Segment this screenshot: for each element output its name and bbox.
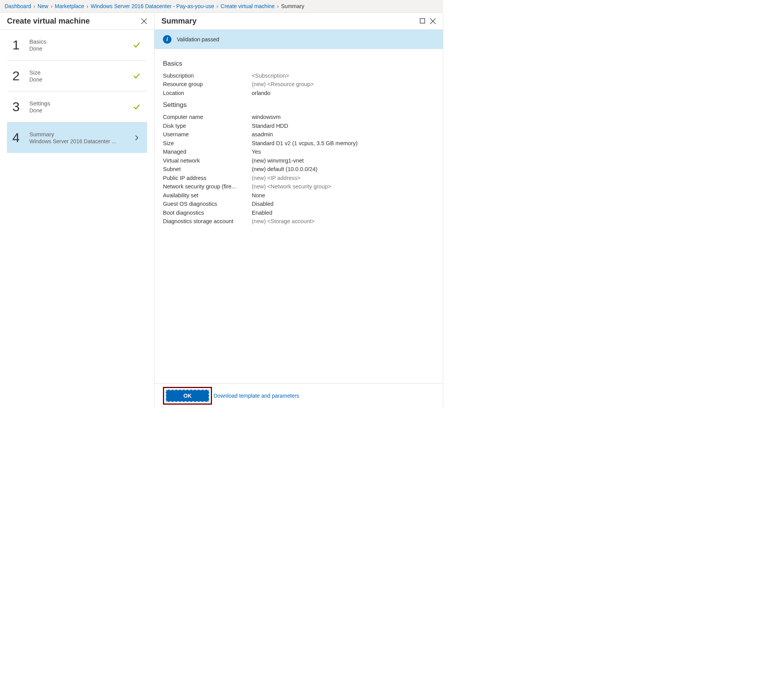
summary-label: Diagnostics storage account xyxy=(163,217,252,225)
section-title: Settings xyxy=(163,101,434,109)
chevron-right-icon: › xyxy=(51,3,53,9)
summary-row: SizeStandard D1 v2 (1 vcpus, 3.5 GB memo… xyxy=(163,139,434,147)
summary-row: Boot diagnosticsEnabled xyxy=(163,208,434,217)
chevron-right-icon: › xyxy=(86,3,88,9)
step-basics[interactable]: 1 Basics Done xyxy=(7,30,147,61)
breadcrumb-marketplace[interactable]: Marketplace xyxy=(55,3,84,9)
summary-label: Public IP address xyxy=(163,174,252,182)
summary-value: orlando xyxy=(252,89,270,97)
summary-value: Standard D1 v2 (1 vcpus, 3.5 GB memory) xyxy=(252,139,358,147)
breadcrumb-create-vm[interactable]: Create virtual machine xyxy=(220,3,275,9)
summary-value: Disabled xyxy=(252,200,273,208)
step-subtitle: Done xyxy=(29,46,132,52)
summary-value: None xyxy=(252,191,265,200)
step-summary[interactable]: 4 Summary Windows Server 2016 Datacenter… xyxy=(7,122,147,153)
summary-label: Subscription xyxy=(163,71,252,80)
breadcrumb-product[interactable]: Windows Server 2016 Datacenter - Pay-as-… xyxy=(91,3,214,9)
summary-label: Location xyxy=(163,89,252,97)
summary-value: windowsvm xyxy=(252,113,281,121)
summary-content: BasicsSubscription<Subscription>Resource… xyxy=(154,49,443,383)
step-subtitle: Done xyxy=(29,76,132,83)
close-icon[interactable] xyxy=(430,18,436,24)
summary-label: Network security group (fire... xyxy=(163,182,252,191)
left-pane-title: Create virtual machine xyxy=(7,17,90,25)
validation-text: Validation passed xyxy=(177,36,219,42)
wizard-steps-pane: Create virtual machine 1 Basics Done 2 S… xyxy=(0,13,154,408)
summary-label: Guest OS diagnostics xyxy=(163,200,252,208)
chevron-right-icon xyxy=(132,135,142,141)
summary-value: asadmin xyxy=(252,130,273,139)
step-number: 4 xyxy=(12,130,29,145)
summary-row: ManagedYes xyxy=(163,147,434,156)
summary-value: Enabled xyxy=(252,208,272,217)
check-icon xyxy=(132,41,142,49)
breadcrumb-new[interactable]: New xyxy=(37,3,48,9)
step-title: Size xyxy=(29,69,132,76)
step-title: Settings xyxy=(29,100,132,107)
summary-label: Disk type xyxy=(163,122,252,130)
summary-row: Subscription<Subscription> xyxy=(163,71,434,80)
section-title: Basics xyxy=(163,60,434,68)
summary-label: Managed xyxy=(163,147,252,156)
summary-label: Subnet xyxy=(163,165,252,173)
summary-value: Yes xyxy=(252,147,261,156)
summary-row: Disk typeStandard HDD xyxy=(163,122,434,130)
summary-label: Size xyxy=(163,139,252,147)
step-number: 3 xyxy=(12,99,29,114)
summary-row: Resource group(new) <Resource group> xyxy=(163,80,434,88)
summary-row: Virtual network(new) winvmrg1-vnet xyxy=(163,156,434,165)
footer: OK Download template and parameters xyxy=(154,383,443,408)
summary-value: (new) <IP address> xyxy=(252,174,300,182)
step-settings[interactable]: 3 Settings Done xyxy=(7,92,147,122)
ok-button[interactable]: OK xyxy=(166,390,209,402)
breadcrumb-current: Summary xyxy=(281,3,304,9)
summary-value: (new) <Storage account> xyxy=(252,217,315,225)
summary-row: Computer namewindowsvm xyxy=(163,113,434,121)
summary-row: Availability setNone xyxy=(163,191,434,200)
summary-value: (new) <Resource group> xyxy=(252,80,314,88)
breadcrumb: Dashboard › New › Marketplace › Windows … xyxy=(0,0,443,13)
summary-value: (new) <Network security group> xyxy=(252,182,331,191)
summary-label: Username xyxy=(163,130,252,139)
summary-row: Network security group (fire...(new) <Ne… xyxy=(163,182,434,191)
step-number: 1 xyxy=(12,37,29,53)
summary-label: Availability set xyxy=(163,191,252,200)
chevron-right-icon: › xyxy=(277,3,279,9)
step-title: Summary xyxy=(29,131,132,137)
step-title: Basics xyxy=(29,38,132,45)
chevron-right-icon: › xyxy=(217,3,219,9)
summary-row: Locationorlando xyxy=(163,89,434,97)
svg-rect-0 xyxy=(420,19,425,23)
step-size[interactable]: 2 Size Done xyxy=(7,61,147,92)
check-icon xyxy=(132,72,142,80)
step-subtitle: Windows Server 2016 Datacenter ... xyxy=(29,138,132,144)
close-icon[interactable] xyxy=(141,18,147,24)
ok-highlight: OK xyxy=(163,387,212,405)
summary-label: Computer name xyxy=(163,113,252,121)
check-icon xyxy=(132,103,142,111)
right-pane-title: Summary xyxy=(161,17,197,25)
summary-value: (new) winvmrg1-vnet xyxy=(252,156,304,165)
summary-value: Standard HDD xyxy=(252,122,288,130)
chevron-right-icon: › xyxy=(34,3,36,9)
summary-row: Guest OS diagnosticsDisabled xyxy=(163,200,434,208)
summary-label: Virtual network xyxy=(163,156,252,165)
summary-label: Resource group xyxy=(163,80,252,88)
maximize-icon[interactable] xyxy=(420,18,425,24)
breadcrumb-dashboard[interactable]: Dashboard xyxy=(5,3,31,9)
validation-banner: i Validation passed xyxy=(154,30,443,49)
step-subtitle: Done xyxy=(29,107,132,114)
summary-label: Boot diagnostics xyxy=(163,208,252,217)
download-template-link[interactable]: Download template and parameters xyxy=(214,393,299,399)
info-icon: i xyxy=(163,35,171,44)
summary-row: Usernameasadmin xyxy=(163,130,434,139)
summary-row: Diagnostics storage account(new) <Storag… xyxy=(163,217,434,225)
step-number: 2 xyxy=(12,68,29,83)
summary-row: Public IP address(new) <IP address> xyxy=(163,174,434,182)
summary-value: (new) default (10.0.0.0/24) xyxy=(252,165,317,173)
summary-row: Subnet(new) default (10.0.0.0/24) xyxy=(163,165,434,173)
summary-pane: Summary i Validation passed BasicsSubscr… xyxy=(154,13,443,408)
summary-value: <Subscription> xyxy=(252,71,289,80)
